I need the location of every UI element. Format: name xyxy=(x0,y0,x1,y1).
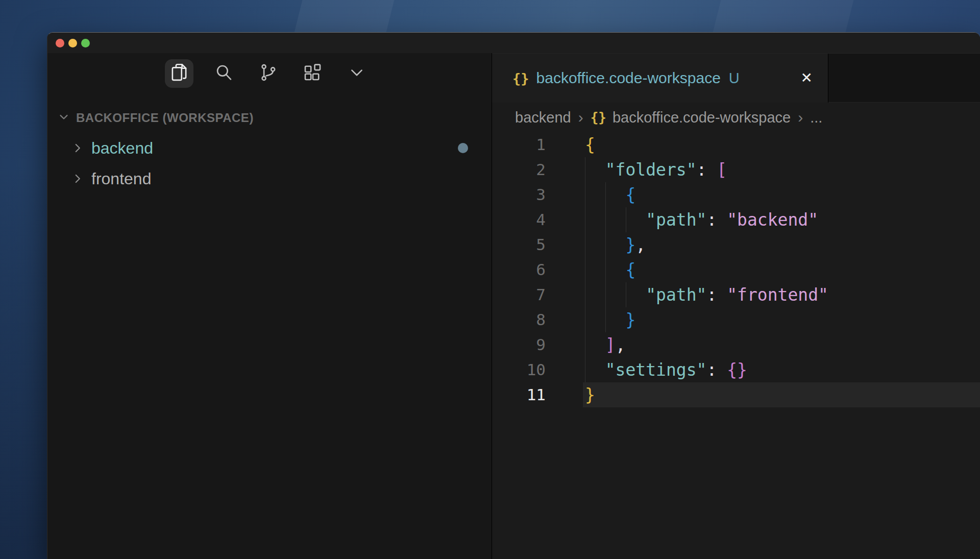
code-text: "folders": [ xyxy=(583,157,980,182)
code-line[interactable]: 9 ], xyxy=(492,332,980,357)
files-icon xyxy=(168,62,190,85)
tree-item-backend[interactable]: backend xyxy=(47,133,492,163)
code-text: { xyxy=(583,257,980,282)
titlebar[interactable] xyxy=(47,33,980,53)
tree-item-label: frontend xyxy=(91,169,151,188)
explorer-sidebar: BACKOFFICE (WORKSPACE) backend xyxy=(47,53,492,559)
code-text: "path": "backend" xyxy=(583,207,980,232)
code-line[interactable]: 5 }, xyxy=(492,232,980,257)
line-number: 1 xyxy=(492,132,546,157)
json-file-icon: {} xyxy=(512,70,529,86)
code-line[interactable]: 8 } xyxy=(492,307,980,332)
workspace-section-title: BACKOFFICE (WORKSPACE) xyxy=(76,111,254,125)
line-number: 5 xyxy=(492,232,546,257)
line-number: 9 xyxy=(492,332,546,357)
line-number: 4 xyxy=(492,207,546,232)
code-text: } xyxy=(583,307,980,332)
chevron-right-icon xyxy=(70,141,85,155)
source-control-tab-button[interactable] xyxy=(254,59,282,88)
code-line[interactable]: 2 "folders": [ xyxy=(492,157,980,182)
workspace-section-header[interactable]: BACKOFFICE (WORKSPACE) xyxy=(47,107,492,129)
code-lines: 1{2 "folders": [3 {4 "path": "backend"5 … xyxy=(492,132,980,407)
breadcrumb-item-file[interactable]: backoffice.code-workspace xyxy=(612,109,791,126)
code-line[interactable]: 1{ xyxy=(492,132,980,157)
more-views-button[interactable] xyxy=(342,59,371,88)
line-number: 10 xyxy=(492,357,546,382)
code-text: "path": "frontend" xyxy=(583,282,980,307)
git-untracked-badge: U xyxy=(729,70,740,87)
code-editor[interactable]: 1{2 "folders": [3 {4 "path": "backend"5 … xyxy=(492,132,980,559)
code-text: ], xyxy=(583,332,980,357)
line-number: 2 xyxy=(492,157,546,182)
code-line[interactable]: 6 { xyxy=(492,257,980,282)
extensions-tab-button[interactable] xyxy=(298,59,327,88)
code-text: "settings": {} xyxy=(583,357,980,382)
line-number: 3 xyxy=(492,182,546,207)
code-text: } xyxy=(583,382,980,407)
code-line[interactable]: 7 "path": "frontend" xyxy=(492,282,980,307)
chevron-right-icon xyxy=(70,172,85,185)
close-window-button[interactable] xyxy=(56,39,64,47)
code-text: { xyxy=(583,132,980,157)
tree-item-label: backend xyxy=(91,139,153,158)
breadcrumb: backend › {} backoffice.code-workspace ›… xyxy=(492,103,980,132)
file-tree: backend frontend xyxy=(47,133,492,194)
close-tab-icon[interactable]: ✕ xyxy=(801,71,813,85)
code-text: }, xyxy=(583,232,980,257)
breadcrumb-item-symbol[interactable]: ... xyxy=(810,109,822,126)
breadcrumb-item-backend[interactable]: backend xyxy=(515,109,571,126)
extensions-icon xyxy=(302,62,323,85)
chevron-down-icon xyxy=(57,110,71,126)
explorer-tab-button[interactable] xyxy=(165,59,193,88)
search-icon xyxy=(213,62,234,85)
json-file-icon: {} xyxy=(591,110,606,125)
activity-bar xyxy=(165,59,371,88)
line-number: 8 xyxy=(492,307,546,332)
tab-backoffice-code-workspace[interactable]: {} backoffice.code-workspace U ✕ xyxy=(492,54,828,103)
tree-item-frontend[interactable]: frontend xyxy=(47,163,492,194)
code-line[interactable]: 4 "path": "backend" xyxy=(492,207,980,232)
source-control-icon xyxy=(257,62,279,85)
chevron-right-icon: › xyxy=(578,109,583,126)
search-tab-button[interactable] xyxy=(209,59,238,88)
modified-indicator-dot xyxy=(458,143,468,153)
code-line[interactable]: 11} xyxy=(492,382,980,407)
chevron-down-icon xyxy=(346,62,368,85)
line-number: 6 xyxy=(492,257,546,282)
tab-title: backoffice.code-workspace xyxy=(536,69,721,87)
zoom-window-button[interactable] xyxy=(81,39,90,47)
line-number: 11 xyxy=(492,382,546,407)
chevron-right-icon: › xyxy=(798,109,803,126)
minimize-window-button[interactable] xyxy=(68,39,77,47)
code-line[interactable]: 3 { xyxy=(492,182,980,207)
code-text: { xyxy=(583,182,980,207)
tab-bar-empty-space xyxy=(828,54,980,103)
tab-bar: {} backoffice.code-workspace U ✕ xyxy=(492,53,980,103)
editor-group: {} backoffice.code-workspace U ✕ backend… xyxy=(492,53,980,559)
vscode-window: BACKOFFICE (WORKSPACE) backend xyxy=(47,32,980,559)
code-line[interactable]: 10 "settings": {} xyxy=(492,357,980,382)
line-number: 7 xyxy=(492,282,546,307)
